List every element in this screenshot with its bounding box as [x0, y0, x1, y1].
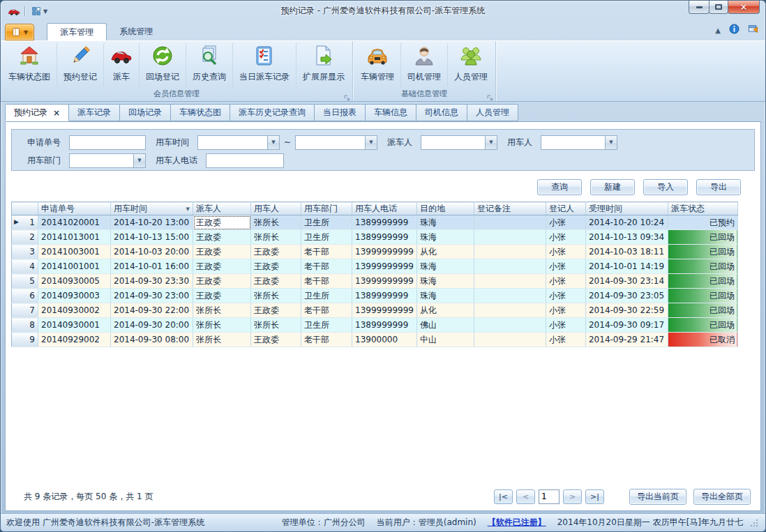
cell[interactable]: 珠海 [416, 274, 474, 289]
cell[interactable] [474, 333, 546, 347]
cell[interactable]: 20140930005 [38, 274, 111, 289]
cell[interactable]: 20141001001 [38, 259, 111, 274]
resize-grip[interactable] [750, 519, 758, 527]
cell[interactable]: 卫生所 [301, 318, 352, 333]
tab-close-icon[interactable]: × [53, 108, 60, 118]
row-number[interactable]: 6 [12, 289, 38, 303]
cell[interactable]: 卫生所 [301, 215, 352, 230]
cell[interactable] [474, 303, 546, 318]
cell[interactable]: 老干部 [301, 333, 352, 347]
export-all-pages-button[interactable]: 导出全部页 [693, 489, 751, 505]
page-number-input[interactable] [539, 489, 560, 504]
ribbon-button-house[interactable]: 车辆状态图 [2, 43, 57, 88]
cell[interactable]: 小张 [546, 303, 585, 318]
create-button[interactable]: 新建 [590, 179, 635, 195]
cell[interactable] [474, 318, 546, 333]
table-row[interactable]: 2201410130012014-10-13 15:00王政委张所长卫生所138… [12, 230, 738, 245]
cell[interactable]: 王政委 [193, 230, 251, 245]
import-button[interactable]: 导入 [643, 179, 688, 195]
ribbon-button-taxi[interactable]: 车辆管理 [354, 43, 400, 88]
cell[interactable] [474, 259, 546, 274]
cell[interactable]: 2014-10-20 10:24 [585, 215, 668, 230]
cell[interactable]: 小张 [546, 245, 585, 259]
cell[interactable]: 小张 [546, 318, 585, 333]
cell[interactable]: 张所长 [251, 318, 301, 333]
cell[interactable]: 2014-09-30 23:30 [111, 274, 193, 289]
table-row[interactable]: 1▶201410200012014-10-20 13:00王政委张所长卫生所13… [12, 215, 738, 230]
column-header-4[interactable]: 用车部门 [301, 202, 352, 215]
cell[interactable]: 1389999999 [352, 215, 417, 230]
column-header-8[interactable]: 登记人 [546, 202, 585, 215]
row-number[interactable]: 4 [12, 259, 38, 274]
export-current-page-button[interactable]: 导出当前页 [629, 489, 686, 505]
table-row[interactable]: 4201410010012014-10-01 16:00王政委王政委老干部139… [12, 259, 738, 274]
row-number[interactable]: 5 [12, 274, 38, 289]
column-header-0[interactable]: 申请单号 [38, 202, 111, 215]
row-number[interactable]: 9 [12, 333, 38, 347]
prev-page-button[interactable]: < [516, 489, 535, 504]
cell[interactable] [474, 274, 546, 289]
first-page-button[interactable]: |< [494, 489, 513, 504]
cell[interactable]: 20140929002 [38, 333, 111, 347]
cell[interactable]: 老干部 [301, 245, 352, 259]
close-button[interactable]: ✕ [728, 1, 760, 14]
cell[interactable]: 张所长 [193, 303, 251, 318]
cell[interactable]: 2014-10-03 18:11 [585, 245, 668, 259]
cell[interactable]: 小张 [546, 215, 585, 230]
minimize-button[interactable] [689, 1, 709, 14]
table-row[interactable]: 5201409300052014-09-30 23:30王政委王政委老干部139… [12, 274, 738, 289]
cell[interactable]: 2014-10-03 20:00 [111, 245, 193, 259]
doc-tab-4[interactable]: 派车历史记录查询 [230, 104, 315, 121]
cell[interactable]: 王政委 [251, 245, 301, 259]
cell[interactable]: 王政委 [193, 289, 251, 303]
dialog-launcher-icon[interactable] [344, 93, 350, 99]
cell[interactable]: 2014-09-30 20:00 [111, 318, 193, 333]
app-menu-button[interactable]: ▼ [5, 24, 34, 40]
cell[interactable]: 2014-10-13 15:00 [111, 230, 193, 245]
maximize-button[interactable] [709, 1, 728, 14]
table-row[interactable]: 6201409300032014-09-30 23:00王政委张所长卫生所138… [12, 289, 738, 303]
cell[interactable]: 老干部 [301, 303, 352, 318]
cell[interactable] [474, 230, 546, 245]
cell[interactable]: 佛山 [416, 318, 474, 333]
license-link[interactable]: 【软件已注册】 [488, 517, 546, 529]
column-header-9[interactable]: 受理时间 [585, 202, 668, 215]
use-time-from-combo[interactable]: ▼ [197, 135, 280, 150]
cell[interactable]: 张所长 [251, 289, 301, 303]
cell[interactable]: 王政委 [251, 259, 301, 274]
cell[interactable] [474, 215, 546, 230]
doc-tab-7[interactable]: 司机信息 [416, 104, 467, 121]
cell[interactable]: 珠海 [416, 289, 474, 303]
cell[interactable]: 从化 [416, 303, 474, 318]
cell[interactable]: 张所长 [251, 215, 301, 230]
cell[interactable]: 2014-09-30 23:05 [585, 289, 668, 303]
cell[interactable]: 卫生所 [301, 230, 352, 245]
doc-tab-8[interactable]: 人员管理 [467, 104, 518, 121]
cell[interactable]: 20140930003 [38, 289, 111, 303]
cell[interactable]: 20141020001 [38, 215, 111, 230]
doc-tab-5[interactable]: 当日报表 [314, 104, 366, 121]
column-header-7[interactable]: 登记备注 [474, 202, 546, 215]
dialog-launcher-icon[interactable] [487, 93, 493, 99]
cell[interactable]: 王政委 [251, 303, 301, 318]
cell[interactable]: 13999999999 [352, 259, 417, 274]
sort-arrow-icon[interactable]: ▼ [186, 206, 190, 212]
use-time-to-combo[interactable]: ▼ [295, 135, 377, 150]
cell[interactable]: 老干部 [301, 274, 352, 289]
cell[interactable]: 卫生所 [301, 289, 352, 303]
doc-tab-1[interactable]: 派车记录 [68, 104, 120, 121]
records-table[interactable]: 申请单号用车时间▼派车人用车人用车部门用车人电话目的地登记备注登记人受理时间派车… [11, 202, 738, 347]
cell[interactable]: 13999999999 [352, 303, 417, 318]
column-header-10[interactable]: 派车状态 [668, 202, 737, 215]
cell[interactable]: 2014-09-30 22:00 [111, 303, 193, 318]
row-number[interactable]: 8 [12, 318, 38, 333]
cell[interactable]: 2014-09-30 23:00 [111, 289, 193, 303]
cell[interactable] [474, 289, 546, 303]
collapse-ribbon-icon[interactable]: ▲ [715, 26, 721, 34]
cell[interactable]: 王政委 [251, 333, 301, 347]
cell[interactable]: 中山 [416, 333, 474, 347]
row-number[interactable]: 3 [12, 245, 38, 259]
cell[interactable]: 2014-10-01 14:19 [585, 259, 668, 274]
cell[interactable] [474, 245, 546, 259]
ribbon-button-recycle[interactable]: 回场登记 [139, 43, 186, 88]
